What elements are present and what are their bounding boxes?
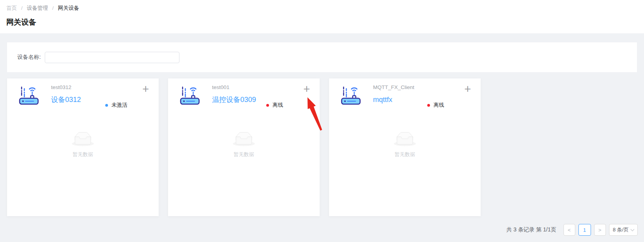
page-size-select[interactable]: 8 条/页: [609, 224, 638, 236]
page-root: 首页 / 设备管理 / 网关设备 网关设备 设备名称:: [0, 0, 644, 242]
router-icon: [19, 84, 39, 105]
device-status: 离线: [427, 102, 444, 109]
device-name-link[interactable]: 温控设备0309: [212, 96, 256, 104]
device-status: 离线: [266, 102, 283, 109]
router-icon: [180, 84, 200, 105]
device-status: 未激活: [105, 102, 128, 109]
device-key: test001: [212, 85, 256, 90]
breadcrumb-home[interactable]: 首页: [6, 5, 17, 11]
add-subdevice-button[interactable]: +: [140, 83, 152, 95]
prev-page-button[interactable]: <: [564, 224, 575, 236]
page-title: 网关设备: [6, 17, 638, 27]
status-label: 离线: [434, 102, 444, 109]
page-size-label: 8 条/页: [613, 226, 629, 233]
status-dot-icon: [266, 104, 269, 107]
inbox-icon: [394, 141, 416, 147]
device-card: test001 温控设备0309 离线 + 暂无数据: [168, 78, 320, 216]
empty-state: 暂无数据: [168, 132, 320, 158]
inbox-icon: [72, 141, 94, 147]
device-name-label: 设备名称:: [17, 54, 41, 61]
empty-text: 暂无数据: [168, 151, 320, 158]
pagination-total: 共 3 条记录 第 1/1页: [507, 226, 556, 233]
device-card: test0312 设备0312 未激活 + 暂无数据: [7, 78, 159, 216]
device-key: test0312: [51, 85, 81, 90]
device-names: MQTT_FX_Client mqttfx: [373, 85, 414, 104]
device-name-link[interactable]: mqttfx: [373, 96, 392, 104]
breadcrumb-separator: /: [52, 5, 54, 11]
inbox-icon: [233, 141, 255, 147]
device-key: MQTT_FX_Client: [373, 85, 414, 90]
empty-text: 暂无数据: [329, 151, 481, 158]
breadcrumb-current: 网关设备: [58, 5, 79, 11]
device-names: test0312 设备0312: [51, 85, 81, 104]
next-page-button[interactable]: >: [594, 224, 606, 236]
router-icon: [341, 84, 361, 105]
empty-state: 暂无数据: [329, 132, 481, 158]
add-subdevice-button[interactable]: +: [462, 83, 474, 95]
breadcrumb-device-management[interactable]: 设备管理: [27, 5, 48, 11]
add-subdevice-button[interactable]: +: [301, 83, 313, 95]
empty-text: 暂无数据: [7, 151, 159, 158]
chevron-down-icon: [631, 227, 635, 231]
breadcrumb: 首页 / 设备管理 / 网关设备: [6, 5, 638, 12]
breadcrumb-separator: /: [21, 5, 23, 11]
page-header: 首页 / 设备管理 / 网关设备 网关设备: [0, 0, 644, 33]
status-dot-icon: [105, 104, 108, 107]
device-names: test001 温控设备0309: [212, 85, 256, 104]
filter-panel: 设备名称:: [7, 42, 637, 72]
status-label: 离线: [273, 102, 283, 109]
device-name-link[interactable]: 设备0312: [51, 96, 81, 104]
status-label: 未激活: [112, 102, 128, 109]
page-1-button[interactable]: 1: [578, 224, 591, 236]
empty-state: 暂无数据: [7, 132, 159, 158]
device-name-input[interactable]: [45, 52, 179, 63]
status-dot-icon: [427, 104, 430, 107]
device-card: MQTT_FX_Client mqttfx 离线 + 暂: [329, 78, 481, 216]
pagination: 共 3 条记录 第 1/1页 < 1 > 8 条/页: [507, 224, 638, 236]
